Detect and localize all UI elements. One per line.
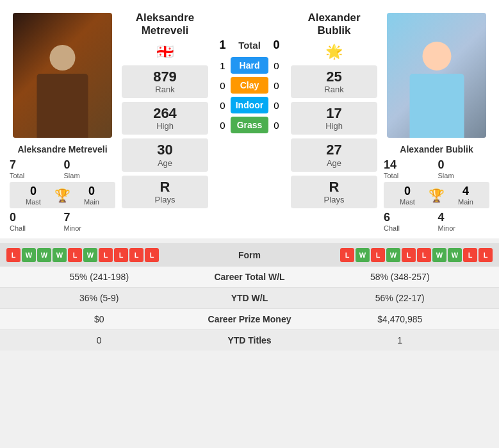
form-badge: L	[6, 248, 20, 262]
left-slam-value: 0	[64, 158, 116, 172]
main-container: Aleksandre Metreveli 7 Total 0 Slam 0 Ma…	[0, 0, 499, 351]
hard-right-score: 0	[268, 60, 284, 71]
right-stats-col: Alexander Bublik 🌟 25 Rank 17 High 27 Ag…	[288, 6, 380, 232]
right-total-cell: 14 Total	[384, 158, 436, 179]
right-prize: $4,470,985	[307, 314, 493, 324]
form-badge: L	[417, 248, 431, 262]
left-rank-label: Rank	[127, 85, 203, 94]
ytd-wl-label: YTD W/L	[192, 293, 307, 303]
left-slam-label: Slam	[64, 172, 116, 179]
right-minor-cell: 4 Minor	[438, 211, 490, 232]
prize-row: $0 Career Prize Money $4,470,985	[0, 308, 499, 329]
right-player-photo	[387, 13, 486, 138]
grass-left-score: 0	[215, 120, 231, 131]
left-mast-label: Mast	[12, 198, 54, 206]
left-plays-label: Plays	[127, 195, 203, 204]
right-form-badges: L W L W L L W W L L	[340, 248, 493, 262]
form-badge: L	[340, 248, 354, 262]
right-rank-label: Rank	[296, 85, 372, 94]
center-total-label: Total	[231, 40, 268, 51]
left-ytd-wl: 36% (5-9)	[6, 293, 192, 303]
form-badge: L	[402, 248, 416, 262]
indoor-right-score: 0	[268, 100, 284, 111]
right-mast-value: 0	[386, 185, 429, 198]
right-player-name: Alexander Bublik	[291, 12, 377, 37]
center-right-total: 0	[268, 38, 284, 52]
left-total-value: 7	[10, 158, 61, 172]
left-plays-box: R Plays	[122, 176, 208, 208]
left-trophy-icon: 🏆	[54, 188, 70, 203]
indoor-left-score: 0	[215, 100, 231, 111]
left-age-value: 30	[127, 142, 203, 158]
left-high-label: High	[127, 121, 203, 131]
left-high-value: 264	[127, 106, 203, 121]
left-player-flag: 🇬🇪	[156, 44, 174, 60]
grass-badge: Grass	[231, 117, 268, 133]
right-rank-value: 25	[296, 69, 372, 85]
left-high-box: 264 High	[122, 102, 208, 135]
center-matchup-col: 1 Total 0 1 Hard 0 0 Clay 0 0 Indoor 0 0	[211, 6, 288, 232]
right-high-box: 17 High	[291, 102, 377, 135]
right-ytd-wl: 56% (22-17)	[307, 293, 493, 303]
right-rank-box: 25 Rank	[291, 65, 377, 98]
form-badge: L	[463, 248, 477, 262]
form-badge: L	[99, 248, 113, 262]
left-main-label: Main	[70, 198, 113, 206]
right-age-value: 27	[296, 142, 372, 158]
left-mast-value: 0	[12, 185, 54, 198]
form-badge: L	[371, 248, 385, 262]
left-rank-value: 879	[127, 69, 203, 85]
right-plays-box: R Plays	[291, 176, 377, 208]
form-badge: W	[53, 248, 67, 262]
clay-right-score: 0	[268, 80, 284, 91]
left-plays-value: R	[127, 179, 203, 195]
right-main-label: Main	[445, 198, 487, 206]
right-plays-value: R	[296, 179, 372, 195]
form-row: L W W W L W L L L L Form L W L W L L W W	[0, 244, 499, 266]
right-total-label: Total	[384, 172, 436, 179]
clay-left-score: 0	[215, 80, 231, 91]
right-chall-label: Chall	[384, 224, 436, 232]
right-mast-label: Mast	[386, 198, 429, 206]
left-player-photo	[13, 13, 112, 138]
right-slam-cell: 0 Slam	[438, 158, 490, 179]
form-badge: L	[68, 248, 82, 262]
left-slam-cell: 0 Slam	[64, 158, 116, 179]
right-minor-label: Minor	[438, 224, 490, 232]
left-titles: 0	[6, 335, 192, 345]
indoor-badge: Indoor	[231, 97, 268, 113]
right-player-flag: 🌟	[325, 44, 343, 60]
career-wl-row: 55% (241-198) Career Total W/L 58% (348-…	[0, 266, 499, 287]
left-main-value: 0	[70, 185, 113, 198]
right-age-box: 27 Age	[291, 138, 377, 171]
right-titles: 1	[307, 335, 493, 345]
right-plays-label: Plays	[296, 195, 372, 204]
right-high-label: High	[296, 121, 372, 131]
form-badge: W	[22, 248, 36, 262]
left-age-label: Age	[127, 158, 203, 168]
right-trophy-icon: 🏆	[429, 188, 445, 203]
hard-left-score: 1	[215, 60, 231, 71]
right-chall-value: 6	[384, 211, 436, 224]
right-minor-value: 4	[438, 211, 490, 224]
right-player-photo-col: Alexander Bublik 14 Total 0 Slam 0 Mast …	[380, 6, 493, 232]
prize-label: Career Prize Money	[192, 314, 307, 324]
ytd-wl-row: 36% (5-9) YTD W/L 56% (22-17)	[0, 287, 499, 308]
left-total-label: Total	[10, 172, 61, 179]
right-career-wl: 58% (348-257)	[307, 272, 493, 282]
left-player-photo-col: Aleksandre Metreveli 7 Total 0 Slam 0 Ma…	[6, 6, 119, 232]
form-badge: L	[479, 248, 493, 262]
left-chall-label: Chall	[10, 224, 61, 232]
left-prize: $0	[6, 314, 192, 324]
form-badge: L	[145, 248, 159, 262]
titles-label: YTD Titles	[192, 335, 307, 345]
form-label: Form	[159, 250, 340, 260]
left-minor-label: Minor	[64, 224, 116, 232]
center-left-total: 1	[215, 38, 231, 52]
bottom-section: L W W W L W L L L L Form L W L W L L W W	[0, 244, 499, 351]
left-chall-cell: 0 Chall	[10, 211, 61, 232]
career-wl-label: Career Total W/L	[192, 272, 307, 282]
right-age-label: Age	[296, 158, 372, 168]
left-chall-value: 0	[10, 211, 61, 224]
left-total-cell: 7 Total	[10, 158, 61, 179]
